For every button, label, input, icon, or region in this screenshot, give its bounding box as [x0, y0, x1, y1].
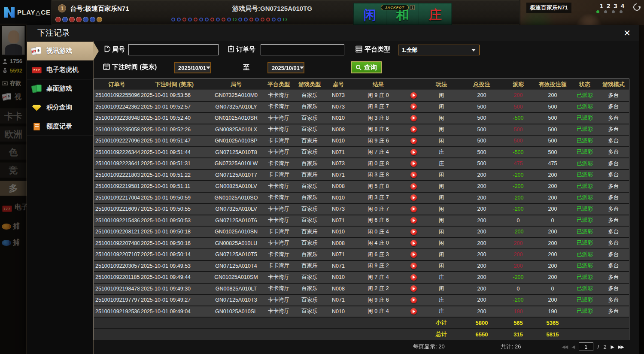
cell-platform: 卡卡湾厅	[263, 124, 294, 135]
replay-icon[interactable]	[410, 206, 417, 212]
replay-icon[interactable]	[410, 194, 417, 201]
game-round-label: 游戏局号:GN07125A010TG	[232, 5, 312, 13]
round-input[interactable]	[128, 44, 219, 55]
app-stage: PLAY△CE 1 台号:极速百家乐N71 游戏局号:GN07125A010TG…	[0, 0, 644, 354]
replay-icon[interactable]	[410, 217, 417, 224]
table-row[interactable]: 251001092219581 2025-10-01 09:51:11 GN00…	[94, 181, 629, 193]
cell-mode: 多台	[598, 193, 629, 203]
table-row[interactable]: 251001092238948 2025-10-01 09:52:40 GN01…	[94, 113, 629, 124]
sidebar-item-live-games[interactable]: K♥9 视讯游戏	[27, 42, 93, 61]
replay-icon[interactable]	[410, 308, 417, 315]
cell-round: GN07125A010T7	[209, 170, 263, 181]
replay-icon[interactable]	[410, 285, 417, 292]
sidebar-item-credit-records[interactable]: 额度记录	[27, 117, 93, 136]
bead-icon	[255, 18, 259, 21]
replay-icon[interactable]	[410, 274, 417, 281]
replay-icon[interactable]	[410, 183, 417, 190]
replay-icon[interactable]	[410, 240, 417, 246]
page-input[interactable]	[579, 342, 593, 351]
col-header-game-type: 游戏类型	[294, 79, 325, 90]
replay-icon[interactable]	[410, 229, 417, 235]
subtotal-payout: 565	[503, 318, 534, 328]
table-row[interactable]: 251001092217004 2025-10-01 09:50:59 GN01…	[94, 193, 629, 204]
replay-icon[interactable]	[410, 92, 417, 99]
sidebar-item-label: 积分查询	[46, 103, 72, 112]
cell-play: 闲	[422, 124, 461, 135]
next-page-icon[interactable]: ▶	[611, 344, 614, 350]
search-button[interactable]: 查询	[351, 61, 382, 73]
camera-number[interactable]: 1	[600, 2, 603, 9]
calendar-icon	[103, 63, 110, 70]
last-page-icon[interactable]: ▶▶	[618, 344, 623, 350]
cell-round: GN07325A010LW	[209, 158, 263, 169]
clipboard-icon	[227, 45, 235, 53]
table-row[interactable]: 251001092235058 2025-10-01 09:52:26 GN00…	[94, 124, 629, 136]
replay-icon[interactable]	[410, 103, 417, 110]
table-row[interactable]: 251001092221803 2025-10-01 09:51:22 GN07…	[94, 170, 629, 182]
cell-valid-bet: 500	[534, 102, 571, 112]
cell-table: N071	[325, 261, 352, 272]
cell-replay	[405, 90, 422, 101]
sidebar-item-table-games[interactable]: 桌面游戏	[27, 79, 93, 98]
cell-payout: 200	[503, 238, 534, 249]
table-row[interactable]: 251001092201185 2025-10-01 09:49:44 GN01…	[94, 272, 629, 284]
cell-valid-bet: 200	[534, 227, 571, 237]
table-row[interactable]: 251001092227096 2025-10-01 09:51:47 GN01…	[94, 136, 629, 147]
cell-order: 251001092223641	[94, 158, 140, 169]
camera-number[interactable]: 2	[607, 2, 610, 9]
table-row[interactable]: 251001092207480 2025-10-01 09:50:16 GN00…	[94, 238, 629, 250]
table-row[interactable]: 251001092216097 2025-10-01 09:50:55 GN07…	[94, 204, 629, 215]
table-row[interactable]: 251001092197797 2025-10-01 09:49:27 GN07…	[94, 295, 629, 306]
col-header-order: 订单号	[94, 79, 140, 90]
date-from-select[interactable]: 2025/10/01	[174, 62, 211, 73]
refresh-icon[interactable]	[632, 2, 642, 12]
cell-round: GN00825A010LU	[209, 238, 263, 249]
cell-time: 2025-10-01 09:50:16	[140, 238, 209, 249]
replay-icon[interactable]	[410, 115, 417, 121]
search-button-label: 查询	[364, 64, 377, 72]
cell-order: 251001092207480	[94, 238, 140, 249]
table-row[interactable]: 251001092192536 2025-10-01 09:49:04 GN01…	[94, 306, 629, 318]
platform-select[interactable]: 1.全部	[398, 45, 480, 55]
close-icon[interactable]: ✕	[623, 29, 631, 37]
table-row[interactable]: 251001092226344 2025-10-01 09:51:44 GN07…	[94, 147, 629, 159]
replay-icon[interactable]	[410, 126, 417, 133]
camera-number[interactable]: 4	[621, 2, 624, 9]
chip-icon	[69, 17, 75, 22]
subtotal-valid: 5365	[534, 318, 571, 328]
cell-mode: 多台	[598, 295, 629, 306]
bet-zone-banker[interactable]: 庄	[419, 3, 452, 24]
sidebar-item-points[interactable]: 积分查询	[27, 98, 93, 117]
table-row[interactable]: 251001092203057 2025-10-01 09:49:53 GN07…	[94, 261, 629, 272]
table-row[interactable]: 251001092208121 2025-10-01 09:50:18 GN01…	[94, 227, 629, 238]
order-input[interactable]	[261, 44, 344, 55]
replay-icon[interactable]	[410, 263, 417, 269]
camera-number[interactable]: 3	[614, 2, 617, 9]
first-page-icon[interactable]: ◀◀	[562, 344, 567, 350]
cell-game-type: 百家乐	[294, 170, 325, 181]
cell-result: 闲 9 庄 6	[352, 136, 405, 146]
date-to-select[interactable]: 2025/10/01	[267, 62, 304, 73]
table-row[interactable]: 251001092255096 2025-10-01 09:53:56 GN07…	[94, 90, 629, 102]
table-row[interactable]: 251001092242362 2025-10-01 09:52:57 GN07…	[94, 102, 629, 113]
sidebar-item-slots[interactable]: 777 电子老虎机	[27, 61, 93, 79]
table-row[interactable]: 251001092207107 2025-10-01 09:50:14 GN07…	[94, 249, 629, 261]
cell-valid-bet: 200	[534, 249, 571, 260]
prev-page-icon[interactable]: ◀	[571, 344, 574, 350]
replay-icon[interactable]	[410, 160, 417, 167]
replay-icon[interactable]	[410, 149, 417, 155]
cell-replay	[405, 215, 422, 226]
table-row[interactable]: 251001092215436 2025-10-01 09:50:53 GN07…	[94, 215, 629, 227]
col-header-round: 局号	[209, 79, 263, 90]
replay-icon[interactable]	[410, 172, 417, 178]
camera-selector[interactable]: 1234	[600, 2, 624, 9]
replay-icon[interactable]	[410, 297, 417, 303]
cell-status: 已派彩	[571, 295, 598, 306]
replay-icon[interactable]	[410, 251, 417, 258]
cell-time: 2025-10-01 09:53:56	[140, 90, 209, 101]
total-bet: 6550	[461, 329, 503, 340]
cell-order: 251001092235058	[94, 124, 140, 135]
table-row[interactable]: 251001092223641 2025-10-01 09:51:31 GN07…	[94, 158, 629, 170]
table-row[interactable]: 251001092198478 2025-10-01 09:49:30 GN00…	[94, 284, 629, 295]
replay-icon[interactable]	[410, 138, 417, 144]
